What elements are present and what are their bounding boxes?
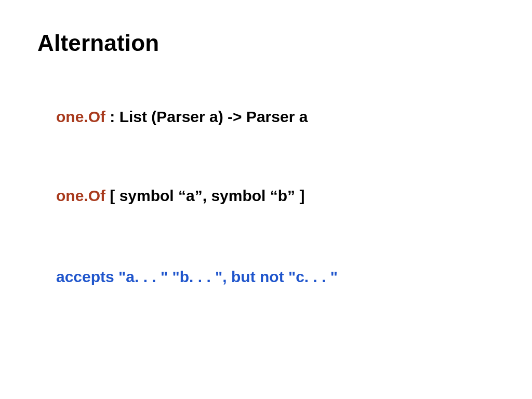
type-signature-body: : List (Parser a) -> Parser a bbox=[105, 108, 308, 125]
keyword-oneof: one.Of bbox=[56, 108, 105, 125]
usage-example: one.Of [ symbol “a”, symbol “b” ] bbox=[56, 187, 304, 205]
slide-title: Alternation bbox=[37, 30, 159, 56]
slide: Alternation one.Of : List (Parser a) -> … bbox=[0, 0, 532, 399]
keyword-oneof: one.Of bbox=[56, 187, 105, 204]
accepts-note: accepts "a. . . " "b. . . ", but not "c.… bbox=[56, 268, 338, 286]
usage-example-body: [ symbol “a”, symbol “b” ] bbox=[105, 187, 304, 204]
type-signature: one.Of : List (Parser a) -> Parser a bbox=[56, 108, 308, 126]
